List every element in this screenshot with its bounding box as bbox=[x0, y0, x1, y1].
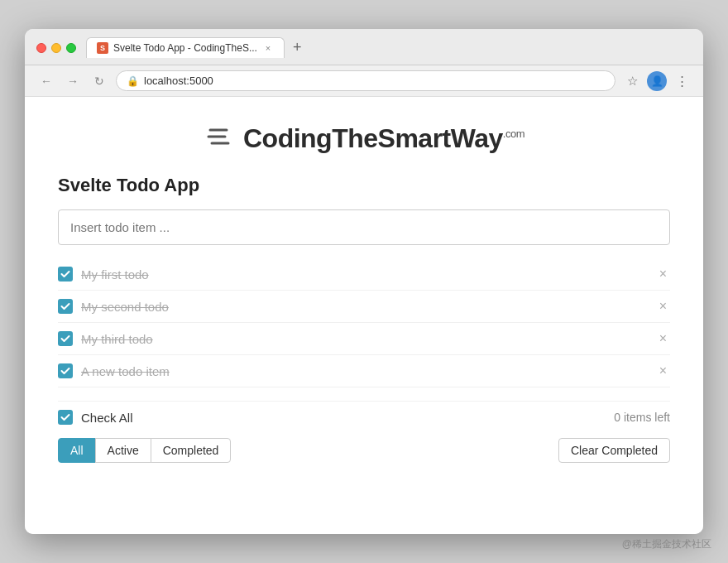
clear-completed-button[interactable]: Clear Completed bbox=[558, 438, 670, 463]
traffic-lights bbox=[36, 43, 76, 53]
tab-favicon: S bbox=[97, 42, 108, 54]
check-all-label: Check All bbox=[81, 411, 133, 425]
check-all-checkbox[interactable] bbox=[58, 410, 73, 425]
nav-actions: ☆ 👤 ⋮ bbox=[622, 71, 692, 91]
logo-text: CodingTheSmartWay.com bbox=[243, 123, 524, 154]
filter-buttons: All Active Completed bbox=[58, 438, 231, 463]
app-title: Svelte Todo App bbox=[58, 175, 670, 196]
watermark: @稀土掘金技术社区 bbox=[622, 537, 711, 551]
lock-icon: 🔒 bbox=[127, 75, 139, 87]
todo-item: My third todo × bbox=[58, 323, 670, 355]
todo-item: My second todo × bbox=[58, 291, 670, 323]
filter-active-button[interactable]: Active bbox=[95, 438, 151, 463]
forward-button[interactable]: → bbox=[63, 71, 83, 91]
browser-window: S Svelte Todo App - CodingTheS... × + ← … bbox=[25, 29, 703, 534]
refresh-button[interactable]: ↻ bbox=[89, 71, 109, 91]
logo: CodingTheSmartWay.com bbox=[58, 122, 670, 155]
todo-checkbox[interactable] bbox=[58, 363, 73, 378]
items-left: 0 items left bbox=[614, 411, 670, 424]
nav-bar: ← → ↻ 🔒 localhost:5000 ☆ 👤 ⋮ bbox=[25, 65, 703, 97]
profile-button[interactable]: 👤 bbox=[647, 71, 667, 91]
menu-icon[interactable]: ⋮ bbox=[672, 71, 692, 91]
todo-checkbox[interactable] bbox=[58, 331, 73, 346]
address-text: localhost:5000 bbox=[144, 75, 213, 87]
todo-checkbox[interactable] bbox=[58, 299, 73, 314]
tab-title: Svelte Todo App - CodingTheS... bbox=[113, 42, 257, 54]
todo-input[interactable] bbox=[58, 209, 670, 245]
todo-text: My second todo bbox=[81, 300, 648, 314]
tab-bar: S Svelte Todo App - CodingTheS... × + bbox=[86, 37, 692, 58]
todo-list: My first todo × My second todo × My thir… bbox=[58, 258, 670, 387]
new-tab-button[interactable]: + bbox=[288, 39, 307, 56]
logo-area: CodingTheSmartWay.com bbox=[58, 122, 670, 155]
browser-tab[interactable]: S Svelte Todo App - CodingTheS... × bbox=[86, 37, 285, 58]
title-bar: S Svelte Todo App - CodingTheS... × + bbox=[25, 29, 703, 65]
tab-close-button[interactable]: × bbox=[262, 42, 274, 54]
todo-text: A new todo item bbox=[81, 364, 648, 378]
logo-icon bbox=[204, 122, 237, 155]
todo-item: A new todo item × bbox=[58, 355, 670, 387]
maximize-button[interactable] bbox=[66, 43, 76, 53]
bookmark-icon[interactable]: ☆ bbox=[622, 71, 642, 91]
filter-bar: All Active Completed Clear Completed bbox=[58, 438, 670, 463]
todo-text: My third todo bbox=[81, 332, 648, 346]
todo-item: My first todo × bbox=[58, 258, 670, 291]
close-button[interactable] bbox=[36, 43, 46, 53]
page-content: CodingTheSmartWay.com Svelte Todo App My… bbox=[25, 97, 703, 534]
filter-completed-button[interactable]: Completed bbox=[151, 438, 232, 463]
todo-checkbox[interactable] bbox=[58, 267, 73, 282]
todo-delete-button[interactable]: × bbox=[656, 267, 670, 282]
todo-delete-button[interactable]: × bbox=[656, 299, 670, 314]
back-button[interactable]: ← bbox=[36, 71, 56, 91]
todo-footer-row: Check All 0 items left bbox=[58, 401, 670, 425]
todo-delete-button[interactable]: × bbox=[656, 363, 670, 378]
check-all-area: Check All bbox=[58, 410, 133, 425]
minimize-button[interactable] bbox=[51, 43, 61, 53]
todo-text: My first todo bbox=[81, 267, 648, 282]
filter-all-button[interactable]: All bbox=[58, 438, 96, 463]
address-bar[interactable]: 🔒 localhost:5000 bbox=[116, 70, 615, 91]
todo-delete-button[interactable]: × bbox=[656, 331, 670, 346]
